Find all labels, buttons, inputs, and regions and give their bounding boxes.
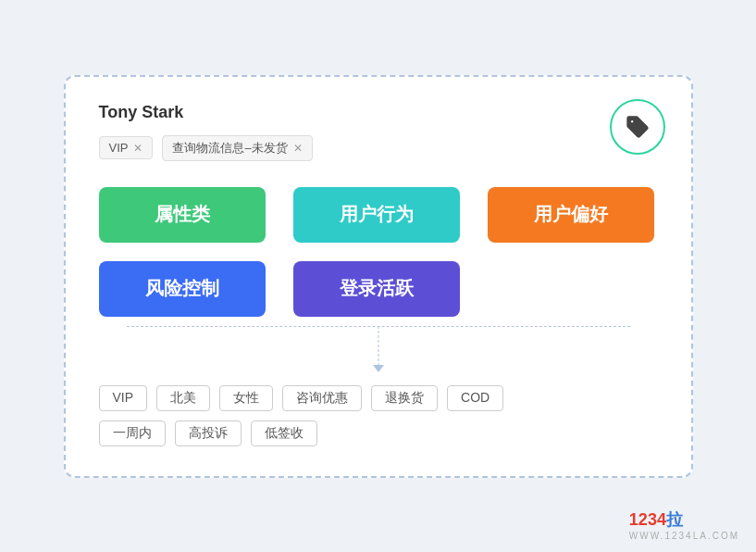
cat-login[interactable]: 登录活跃 [293,261,460,317]
connector-arrow [373,365,384,372]
connector-section [99,326,658,372]
categories-grid: 属性类 用户行为 用户偏好 风险控制 登录活跃 [99,187,658,317]
user-name: Tony Stark [99,103,658,122]
cat-pref[interactable]: 用户偏好 [488,187,654,243]
btag-return: 退换货 [371,385,438,411]
main-card: Tony Stark VIP ✕ 查询物流信息–未发货 ✕ 属性类 用户行为 用… [64,75,693,478]
tag-vip-label: VIP [109,141,129,155]
btag-week: 一周内 [99,420,166,446]
tag-logistics-label: 查询物流信息–未发货 [172,140,287,157]
bottom-tags: VIP 北美 女性 咨询优惠 退换货 COD 一周内 高投诉 低签收 [99,382,658,446]
cat-behavior[interactable]: 用户行为 [293,187,460,243]
cat-risk[interactable]: 风险控制 [99,261,266,317]
watermark: 1234拉 WWW.1234LA.COM [629,508,739,541]
btag-cod: COD [447,385,503,411]
tag-icon [625,114,651,140]
bottom-tags-row-2: 一周内 高投诉 低签收 [99,420,658,446]
active-tags-row: VIP ✕ 查询物流信息–未发货 ✕ [99,135,658,161]
connector-line-v [378,326,378,370]
btag-complaint: 高投诉 [175,420,242,446]
watermark-main: 1234拉 [629,508,739,531]
btag-north-am: 北美 [156,385,210,411]
tag-vip-close[interactable]: ✕ [133,142,143,155]
btag-low-sign: 低签收 [251,420,317,446]
tag-logistics[interactable]: 查询物流信息–未发货 ✕ [162,135,312,161]
btag-vip: VIP [99,385,148,411]
tag-logistics-close[interactable]: ✕ [293,142,303,155]
watermark-sub: WWW.1234LA.COM [629,531,739,541]
btag-consult: 咨询优惠 [282,385,362,411]
tag-vip[interactable]: VIP ✕ [99,136,154,159]
cat-attr[interactable]: 属性类 [99,187,266,243]
bottom-tags-row-1: VIP 北美 女性 咨询优惠 退换货 COD [99,385,658,411]
btag-female: 女性 [219,385,273,411]
avatar [610,99,665,155]
